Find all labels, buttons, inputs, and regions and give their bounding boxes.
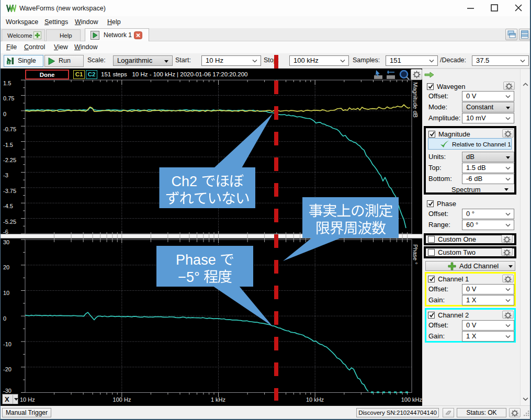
svg-text:Ch2: Ch2 — [172, 174, 198, 189]
svg-text:Phase: Phase — [176, 252, 216, 268]
svg-text:1: 1 — [7, 60, 9, 65]
svg-text:−5°: −5° — [178, 269, 200, 285]
